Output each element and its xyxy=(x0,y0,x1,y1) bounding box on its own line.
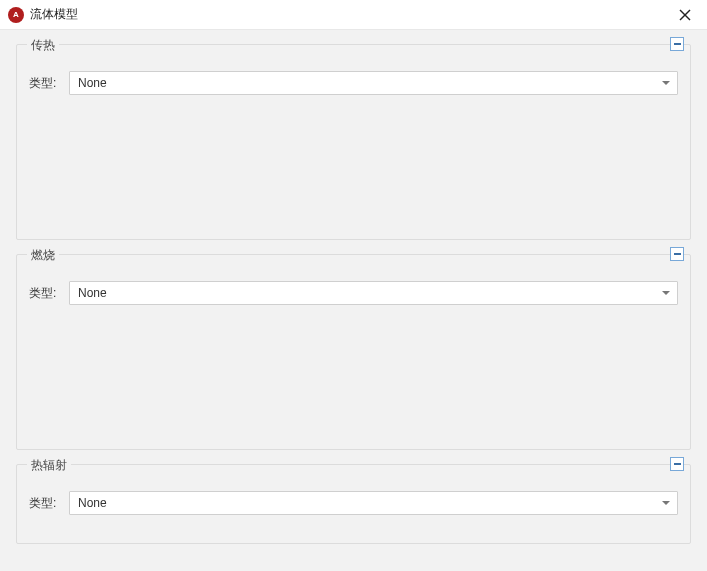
field-row-heat-type: 类型: None xyxy=(29,71,678,95)
field-row-combustion-type: 类型: None xyxy=(29,281,678,305)
type-select-heat[interactable]: None xyxy=(69,71,678,95)
type-select-combustion-value: None xyxy=(78,286,107,300)
group-heat-transfer-legend: 传热 xyxy=(27,37,59,54)
group-radiation-legend: 热辐射 xyxy=(27,457,71,474)
group-heat-transfer: 传热 类型: None xyxy=(16,44,691,240)
collapse-button-combustion[interactable] xyxy=(670,247,684,261)
chevron-down-icon xyxy=(662,291,670,295)
close-button[interactable] xyxy=(671,1,699,29)
type-select-heat-value: None xyxy=(78,76,107,90)
content-area: 传热 类型: None 燃烧 类型: None 热辐射 类型: None xyxy=(0,30,707,571)
chevron-down-icon xyxy=(662,501,670,505)
group-combustion: 燃烧 类型: None xyxy=(16,254,691,450)
window-title: 流体模型 xyxy=(30,6,671,23)
close-icon xyxy=(679,9,691,21)
type-select-radiation[interactable]: None xyxy=(69,491,678,515)
titlebar: A 流体模型 xyxy=(0,0,707,30)
type-select-radiation-value: None xyxy=(78,496,107,510)
collapse-button-heat[interactable] xyxy=(670,37,684,51)
group-radiation: 热辐射 类型: None xyxy=(16,464,691,544)
type-label-heat: 类型: xyxy=(29,75,69,92)
chevron-down-icon xyxy=(662,81,670,85)
type-label-radiation: 类型: xyxy=(29,495,69,512)
type-select-combustion[interactable]: None xyxy=(69,281,678,305)
group-combustion-legend: 燃烧 xyxy=(27,247,59,264)
field-row-radiation-type: 类型: None xyxy=(29,491,678,515)
app-icon: A xyxy=(8,7,24,23)
collapse-button-radiation[interactable] xyxy=(670,457,684,471)
type-label-combustion: 类型: xyxy=(29,285,69,302)
